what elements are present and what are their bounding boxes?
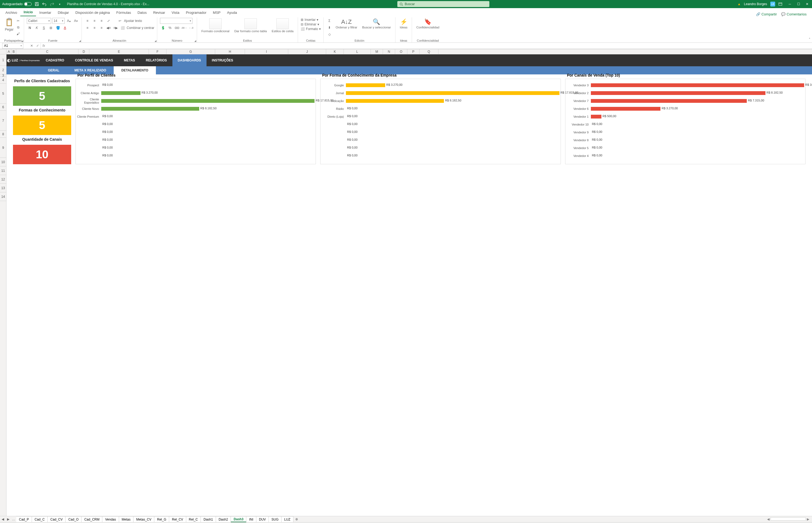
italic-button[interactable]: K [34, 25, 40, 31]
sheet-tab[interactable]: Dash3 [231, 516, 246, 522]
save-icon[interactable] [34, 2, 39, 6]
fill-color-icon[interactable]: 🪣 [55, 25, 61, 31]
row-header[interactable]: 7 [0, 111, 6, 131]
row-header[interactable]: 5 [0, 84, 6, 104]
paste-button[interactable]: Pegar [5, 18, 14, 31]
col-header[interactable]: O [395, 49, 407, 54]
subnav-geral[interactable]: GERAL [40, 66, 67, 74]
col-header[interactable]: J [288, 49, 326, 54]
row-header[interactable]: 12 [0, 175, 6, 184]
align-left-icon[interactable]: ≡ [85, 25, 90, 31]
align-right-icon[interactable]: ≡ [99, 25, 105, 31]
row-header[interactable]: 13 [0, 184, 6, 192]
nav-controle[interactable]: CONTROLE DE VENDAS [70, 54, 119, 66]
row-header[interactable]: 6 [0, 104, 6, 111]
cut-icon[interactable]: ✂ [15, 18, 21, 24]
align-middle-icon[interactable]: ≡ [91, 18, 98, 24]
dialog-launcher-icon[interactable]: ◢ [155, 39, 156, 42]
thousands-icon[interactable]: 000 [174, 25, 180, 31]
scroll-right-icon[interactable]: ▶ [807, 517, 809, 521]
sheet-tab[interactable]: SUG [269, 516, 282, 522]
sort-filter-button[interactable]: A↓ZOrdenar y filtrar [334, 18, 359, 30]
user-avatar[interactable]: LB [770, 2, 775, 6]
autosave-toggle[interactable]: Autoguardado [2, 2, 32, 6]
currency-icon[interactable]: 💲 [160, 25, 166, 31]
merge-button[interactable]: ⬜ [120, 25, 126, 31]
search-input[interactable]: Buscar [398, 1, 489, 7]
row-header[interactable]: 2 [0, 66, 6, 74]
format-table-button[interactable]: Dar formato como tabla [233, 18, 268, 33]
sheet-tab[interactable]: Rel_G [154, 516, 169, 522]
col-header[interactable]: H [215, 49, 245, 54]
sheet-tab[interactable]: INI [246, 516, 256, 522]
font-name-select[interactable]: Calibri▾ [27, 18, 51, 24]
dialog-launcher-icon[interactable]: ◢ [194, 39, 196, 42]
sheet-tab[interactable]: Rel_C [186, 516, 201, 522]
col-header[interactable]: Q [420, 49, 439, 54]
col-header[interactable]: M [371, 49, 383, 54]
decrease-font-icon[interactable]: A▾ [73, 18, 79, 24]
sheet-prev-icon[interactable]: ◀ [0, 517, 5, 521]
redo-icon[interactable] [50, 2, 54, 6]
col-header[interactable]: F [149, 49, 166, 54]
sheet-tab[interactable]: Metas [119, 516, 134, 522]
format-cells-button[interactable]: ⬜ Formato ▾ [301, 27, 321, 31]
select-all-cell[interactable] [0, 49, 6, 54]
sheet-tab[interactable]: Dash1 [201, 516, 216, 522]
close-button[interactable]: ✕ [805, 2, 810, 6]
clear-icon[interactable]: ◇ [326, 31, 332, 37]
accept-icon[interactable]: ✓ [35, 44, 41, 48]
tab-programador[interactable]: Programador [183, 9, 210, 16]
sheet-tab[interactable]: DUV [256, 516, 269, 522]
name-box[interactable]: A1 [2, 43, 23, 49]
number-format-select[interactable]: ▾ [160, 18, 192, 24]
conditional-format-button[interactable]: Formato condicional [200, 18, 231, 33]
col-header[interactable]: C [16, 49, 78, 54]
align-top-icon[interactable]: ≡ [85, 18, 90, 24]
scroll-left-icon[interactable]: ◀ [767, 517, 770, 521]
collapse-ribbon-icon[interactable]: ˄ [809, 38, 810, 41]
font-size-select[interactable]: 14▾ [52, 18, 65, 24]
col-header[interactable]: L [344, 49, 371, 54]
tab-disposicion[interactable]: Disposición de página [72, 9, 113, 16]
user-name[interactable]: Leandro Borges [744, 2, 767, 6]
tab-ayuda[interactable]: Ayuda [224, 9, 240, 16]
increase-decimal-icon[interactable]: .00→ [181, 25, 187, 31]
sheet-tab[interactable]: Dash2 [216, 516, 231, 522]
sheet-tab[interactable]: Metas_CV [134, 516, 154, 522]
underline-button[interactable]: S [41, 25, 47, 31]
row-header[interactable]: 8 [0, 131, 6, 138]
sheet-tab[interactable]: Cad_C [32, 516, 48, 522]
tab-formulas[interactable]: Fórmulas [113, 9, 134, 16]
col-header[interactable]: P [407, 49, 420, 54]
sheet-tab[interactable]: Cad_O [66, 516, 82, 522]
insert-cells-button[interactable]: ⊞ Insertar ▾ [301, 18, 321, 22]
cell-styles-button[interactable]: Estilos de celda [270, 18, 295, 33]
undo-icon[interactable] [42, 2, 47, 6]
borders-icon[interactable]: ⊞ [48, 25, 54, 31]
minimize-button[interactable]: ─ [787, 2, 793, 6]
col-header[interactable]: N [383, 49, 395, 54]
delete-cells-button[interactable]: ⊟ Eliminar ▾ [301, 22, 321, 26]
sheet-tab[interactable]: Cad_CRM [82, 516, 102, 522]
sheet-tab[interactable]: Cad_P [16, 516, 32, 522]
row-header[interactable]: 1 [0, 54, 6, 66]
row-header[interactable]: 10 [0, 158, 6, 166]
tab-datos[interactable]: Datos [134, 9, 150, 16]
row-header[interactable]: 11 [0, 166, 6, 175]
col-header[interactable]: G [166, 49, 215, 54]
row-header[interactable]: 14 [0, 192, 6, 201]
col-header[interactable]: K [326, 49, 344, 54]
tab-dibujar[interactable]: Dibujar [54, 9, 72, 16]
share-button[interactable]: 🔗 Compartir [756, 12, 777, 16]
align-center-icon[interactable]: ≡ [91, 25, 98, 31]
sheet-ellipsis-icon[interactable]: … [11, 517, 16, 521]
new-sheet-icon[interactable]: ⊕ [294, 517, 300, 521]
format-painter-icon[interactable]: 🖌 [15, 31, 21, 37]
fill-icon[interactable]: ⬇ [326, 24, 332, 31]
confidentiality-button[interactable]: 🔖Confidencialidad [414, 18, 441, 30]
tab-archivo[interactable]: Archivo [2, 9, 20, 16]
worksheet-grid[interactable]: 1234567891011121314 ◐LUZ Planilhas Empre… [0, 54, 812, 516]
col-header[interactable]: A [6, 49, 11, 54]
sheet-next-icon[interactable]: ▶ [5, 517, 11, 521]
